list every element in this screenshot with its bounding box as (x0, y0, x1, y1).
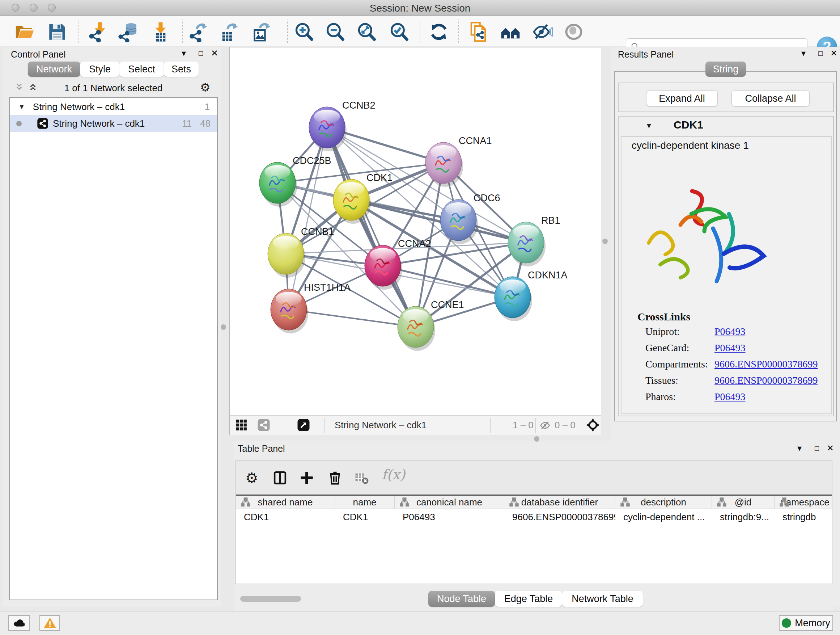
network-edge[interactable] (327, 127, 416, 327)
column-header-shared-name[interactable]: shared name (236, 496, 335, 509)
network-node-CCNA1[interactable]: CCNA1 (425, 135, 492, 187)
crosslink-value-link[interactable]: P06493 (714, 342, 745, 354)
delete-table-button[interactable] (352, 468, 371, 488)
bottom-splitter-handle[interactable] (534, 436, 539, 442)
expand-collapse-box: Expand All Collapse All (618, 82, 834, 112)
tab-network[interactable]: Network (28, 62, 80, 77)
org-chart-icon (400, 497, 409, 507)
left-splitter-handle[interactable] (221, 325, 226, 330)
table-cell[interactable]: stringdb:9... (712, 509, 775, 525)
open-session-button[interactable] (13, 20, 36, 43)
tab-network-table[interactable]: Network Table (562, 591, 643, 607)
table-panel-float-button[interactable]: □ (812, 443, 822, 454)
zoom-selected-button[interactable] (387, 20, 411, 43)
control-panel-menu-button[interactable]: ▾ (178, 48, 189, 59)
node-label-CCNA2: CCNA2 (398, 238, 431, 249)
open-in-new-icon (297, 418, 310, 432)
table-options-gear-icon[interactable]: ⚙ (242, 468, 262, 488)
column-header-name[interactable]: name (335, 496, 395, 509)
export-table-button[interactable] (218, 20, 241, 43)
column-header-canonical-name[interactable]: canonical name (395, 496, 504, 509)
org-chart-icon (509, 497, 519, 507)
gene-collapse-triangle-icon[interactable]: ▼ (645, 122, 653, 130)
function-builder-icon[interactable]: f(x) (382, 467, 405, 483)
apply-layout-button[interactable] (427, 20, 450, 43)
zoom-in-button[interactable] (292, 20, 316, 43)
table-row[interactable]: CDK1CDK1P064939606.ENSP00000378699cyclin… (236, 509, 832, 525)
show-columns-button[interactable] (270, 468, 290, 488)
column-label: description (641, 497, 686, 508)
expand-all-button[interactable]: Expand All (646, 90, 718, 106)
column-header--id[interactable]: @id (712, 496, 775, 509)
table-panel-close-button[interactable]: ✕ (825, 443, 836, 454)
network-node-CDC6[interactable]: CDC6 (440, 193, 500, 244)
table-cell[interactable]: CDK1 (236, 509, 335, 525)
warning-status-button[interactable] (39, 615, 60, 631)
hide-glass-button[interactable] (531, 20, 554, 43)
table-cell[interactable]: P06493 (395, 509, 504, 525)
node-label-CDC25B: CDC25B (293, 155, 332, 166)
crosslink-value-link[interactable]: P06493 (714, 391, 745, 402)
zoom-out-button[interactable] (324, 20, 347, 43)
crosslink-value-link[interactable]: 9606.ENSP00000378699 (714, 375, 818, 386)
tab-style[interactable]: Style (80, 62, 119, 77)
table-cell[interactable]: stringdb (775, 509, 832, 525)
control-panel-float-button[interactable]: □ (195, 48, 206, 59)
network-node-CDKN1A[interactable]: CDKN1A (494, 270, 568, 321)
crosslink-value-link[interactable]: P06493 (714, 326, 745, 337)
table-cell[interactable]: cyclin-dependent ... (615, 509, 712, 525)
right-splitter-handle[interactable] (602, 239, 608, 244)
tab-string[interactable]: String (706, 62, 746, 77)
zoom-fit-button[interactable] (355, 20, 378, 43)
table-cell[interactable]: 9606.ENSP00000378699 (504, 509, 615, 525)
import-table-file-button[interactable] (149, 20, 172, 43)
memory-button[interactable]: Memory (779, 615, 833, 631)
network-options-gear-icon[interactable]: ⚙ (200, 80, 210, 94)
tab-sets[interactable]: Sets (164, 62, 199, 77)
network-collection-row[interactable]: ▼ String Network – cdk1 1 (10, 98, 217, 115)
save-session-button[interactable] (46, 20, 69, 43)
import-network-file-button[interactable] (86, 20, 109, 43)
column-header-description[interactable]: description (615, 496, 712, 509)
control-panel-close-button[interactable]: ✕ (209, 48, 220, 59)
columns-icon (272, 470, 287, 486)
export-image-button[interactable] (250, 20, 273, 43)
network-node-HIST1H1A[interactable]: HIST1H1A (271, 282, 351, 333)
results-panel-close-button[interactable]: ✕ (829, 48, 839, 59)
create-column-button[interactable] (297, 468, 317, 488)
network-node-RB1[interactable]: RB1 (508, 215, 561, 266)
crosslink-row: Uniprot:P06493 (622, 326, 831, 342)
collection-expand-triangle-icon[interactable]: ▼ (19, 103, 25, 111)
results-panel-menu-button[interactable]: ▾ (798, 48, 809, 59)
cloud-status-button[interactable] (8, 615, 30, 631)
birds-eye-toggle-button[interactable] (586, 418, 600, 435)
network-node-CCNB2[interactable]: CCNB2 (309, 100, 376, 151)
network-canvas[interactable]: CCNB2CCNA1CDC25BCDK1CDC6RB1CCNB1CCNA2CDK… (229, 47, 601, 435)
tab-edge-table[interactable]: Edge Table (495, 591, 562, 607)
node-label-RB1: RB1 (541, 215, 561, 226)
share-network-file-button[interactable] (467, 20, 490, 43)
eye-slash-icon (532, 21, 553, 42)
column-header-database-identifier[interactable]: database identifier (504, 496, 615, 509)
node-label-CCNA1: CCNA1 (459, 135, 492, 146)
network-row[interactable]: String Network – cdk1 11 48 (10, 115, 217, 132)
export-network-button[interactable] (187, 20, 210, 43)
table-cell[interactable]: CDK1 (335, 509, 395, 525)
tab-node-table[interactable]: Node Table (428, 591, 495, 607)
network-node-CDC25B[interactable]: CDC25B (259, 155, 332, 207)
delete-column-button[interactable] (325, 468, 345, 488)
network-graph[interactable]: CCNB2CCNA1CDC25BCDK1CDC6RB1CCNB1CCNA2CDK… (230, 48, 601, 415)
crosslink-value-link[interactable]: 9606.ENSP00000378699 (714, 358, 818, 370)
string-home-button[interactable] (499, 20, 522, 43)
grid-view-button[interactable] (235, 418, 248, 434)
import-network-database-button[interactable] (117, 20, 140, 43)
column-header-namespace[interactable]: namespace (775, 496, 832, 509)
detach-view-button[interactable] (297, 418, 310, 434)
table-panel-menu-button[interactable]: ▾ (794, 443, 805, 454)
network-view-button[interactable] (257, 418, 270, 434)
plus-icon (299, 470, 314, 486)
tab-select[interactable]: Select (119, 62, 164, 77)
collapse-all-button[interactable]: Collapse All (731, 90, 810, 106)
results-panel-float-button[interactable]: □ (815, 48, 826, 59)
show-glass-button[interactable] (562, 20, 585, 43)
